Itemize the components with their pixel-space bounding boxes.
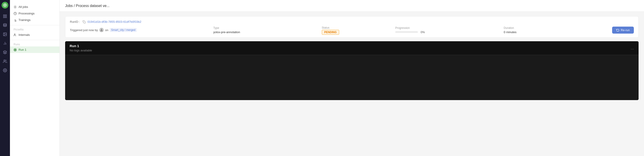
triggered-text: Triggered just now by on Smart_city / me… (70, 28, 210, 32)
svg-point-8 (4, 33, 4, 34)
progression-bar-bg (395, 31, 418, 33)
nav-chart-icon[interactable] (1, 39, 9, 47)
sidebar-item-all-jobs[interactable]: All jobs (10, 3, 60, 10)
sidebar-item-run1[interactable]: Run 1 (10, 46, 60, 53)
job-card-bottom: Triggered just now by on Smart_city / me… (70, 26, 634, 34)
progression-label: Progression (395, 26, 500, 30)
svg-point-17 (15, 20, 16, 20)
nav-settings-icon[interactable] (1, 66, 9, 75)
progression-column: Progression 0% (395, 26, 500, 34)
svg-rect-21 (84, 21, 86, 23)
sidebar-item-trainings[interactable]: Trainings (10, 17, 60, 23)
status-column: Status PENDING (322, 26, 392, 34)
content-area: RunID : 01941d1b-df3b-7855-8503-61df7b0f… (60, 12, 644, 156)
sidebar-trainings-label: Trainings (18, 18, 30, 22)
run-title-block: Run 1 No logs available (70, 44, 92, 52)
nav-data-icon[interactable] (1, 21, 9, 29)
icon-bar (0, 0, 10, 156)
run-title: Run 1 (70, 44, 92, 48)
run-log-body (65, 55, 638, 100)
sidebar-divider-1 (10, 25, 60, 25)
sidebar-runs-section: Runs (10, 42, 60, 46)
breadcrumb: Jobs / Process dataset ve... (65, 4, 110, 8)
svg-point-20 (15, 49, 16, 50)
app-logo[interactable] (2, 2, 8, 8)
svg-point-6 (4, 24, 6, 25)
nav-images-icon[interactable] (1, 30, 9, 38)
run-dots-menu[interactable]: ... (631, 46, 634, 51)
svg-point-22 (101, 29, 102, 30)
svg-point-14 (4, 70, 6, 71)
type-column: Type yolox-pre-annotation (213, 26, 318, 34)
svg-rect-2 (4, 15, 4, 16)
svg-point-13 (4, 60, 5, 61)
sidebar-all-jobs-label: All jobs (18, 5, 28, 8)
main-content: Jobs / Process dataset ve... RunID : 019… (60, 0, 644, 156)
run-id-value[interactable]: 01941d1b-df3b-7855-8503-61df7b0f33b2 (88, 20, 141, 23)
status-label: Status (322, 26, 392, 29)
avatar (99, 28, 104, 32)
sidebar-divider-2 (10, 40, 60, 40)
sidebar-item-internals[interactable]: Internals (10, 32, 60, 38)
svg-marker-12 (4, 51, 7, 53)
svg-point-1 (4, 4, 6, 6)
type-label: Type (213, 26, 318, 30)
progression-row: 0% (395, 30, 500, 34)
progression-pct: 0% (420, 30, 425, 34)
page-header: Jobs / Process dataset ve... (60, 0, 644, 12)
status-badge: PENDING (322, 30, 339, 35)
job-card-top: RunID : 01941d1b-df3b-7855-8503-61df7b0f… (70, 20, 634, 23)
svg-point-18 (14, 34, 16, 35)
nav-layers-icon[interactable] (1, 48, 9, 56)
copy-icon[interactable] (82, 20, 86, 23)
duration-value: 0 minutes (504, 30, 609, 34)
run-id-label: RunID : (70, 20, 80, 23)
svg-rect-3 (6, 15, 6, 16)
svg-rect-4 (4, 17, 4, 18)
sidebar-run1-label: Run 1 (18, 48, 26, 51)
duration-label: Duration (504, 26, 609, 30)
rerun-button[interactable]: Re-run (612, 27, 634, 34)
sidebar-processings-label: Processings (18, 12, 34, 15)
sidebar-section-picsellia: Picsellia (10, 27, 60, 32)
duration-column: Duration 0 minutes (504, 26, 609, 34)
run-log-section: Run 1 No logs available ... (65, 41, 638, 100)
type-value: yolox-pre-annotation (213, 30, 318, 34)
nav-users-icon[interactable] (1, 57, 9, 65)
svg-point-15 (15, 6, 16, 7)
nav-home-icon[interactable] (1, 12, 9, 20)
branch-link[interactable]: Smart_city / merged (110, 28, 136, 32)
run-log-header: Run 1 No logs available ... (65, 41, 638, 55)
svg-rect-5 (6, 17, 6, 18)
sidebar-internals-label: Internals (18, 33, 30, 37)
run-no-logs: No logs available (70, 49, 92, 52)
sidebar: All jobs Processings Trainings Picsellia… (10, 0, 60, 156)
sidebar-item-processings[interactable]: Processings (10, 10, 60, 17)
job-card: RunID : 01941d1b-df3b-7855-8503-61df7b0f… (65, 16, 638, 38)
